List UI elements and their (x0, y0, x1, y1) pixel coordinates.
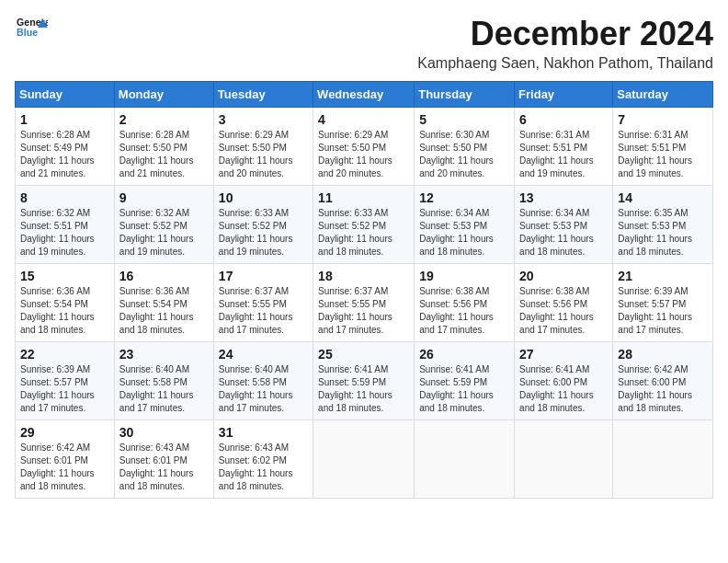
logo: General Blue (15, 15, 48, 42)
day-number: 20 (519, 269, 608, 283)
calendar-cell: 31Sunrise: 6:43 AM Sunset: 6:02 PM Dayli… (213, 420, 313, 499)
day-info: Sunrise: 6:31 AM Sunset: 5:51 PM Dayligh… (519, 129, 608, 180)
weekday-header-wednesday: Wednesday (313, 82, 415, 108)
day-number: 14 (618, 190, 708, 205)
calendar-cell: 7Sunrise: 6:31 AM Sunset: 5:51 PM Daylig… (613, 108, 713, 186)
calendar-cell: 17Sunrise: 6:37 AM Sunset: 5:55 PM Dayli… (213, 264, 313, 342)
location: Kamphaeng Saen, Nakhon Pathom, Thailand (417, 55, 713, 72)
day-number: 4 (318, 112, 409, 127)
day-number: 25 (318, 347, 409, 362)
calendar-cell: 19Sunrise: 6:38 AM Sunset: 5:56 PM Dayli… (415, 264, 515, 342)
calendar-cell: 25Sunrise: 6:41 AM Sunset: 5:59 PM Dayli… (313, 342, 415, 420)
day-info: Sunrise: 6:36 AM Sunset: 5:54 PM Dayligh… (119, 285, 209, 337)
calendar-cell: 8Sunrise: 6:32 AM Sunset: 5:51 PM Daylig… (16, 186, 115, 264)
day-number: 13 (519, 190, 608, 205)
day-number: 12 (419, 190, 509, 205)
day-number: 11 (318, 190, 409, 205)
day-info: Sunrise: 6:34 AM Sunset: 5:53 PM Dayligh… (419, 207, 509, 259)
day-number: 5 (419, 112, 509, 127)
day-number: 24 (219, 347, 308, 362)
day-info: Sunrise: 6:39 AM Sunset: 5:57 PM Dayligh… (20, 363, 109, 415)
day-number: 27 (519, 347, 608, 362)
calendar-cell: 16Sunrise: 6:36 AM Sunset: 5:54 PM Dayli… (114, 264, 213, 342)
calendar-cell: 21Sunrise: 6:39 AM Sunset: 5:57 PM Dayli… (613, 264, 713, 342)
day-number: 26 (419, 347, 509, 362)
calendar-week-1: 1Sunrise: 6:28 AM Sunset: 5:49 PM Daylig… (16, 108, 713, 186)
weekday-header-tuesday: Tuesday (213, 82, 313, 108)
day-info: Sunrise: 6:39 AM Sunset: 5:57 PM Dayligh… (618, 285, 708, 337)
day-number: 8 (20, 190, 109, 205)
day-info: Sunrise: 6:37 AM Sunset: 5:55 PM Dayligh… (219, 285, 308, 337)
day-number: 19 (419, 269, 509, 283)
day-number: 23 (119, 347, 209, 362)
calendar-cell: 28Sunrise: 6:42 AM Sunset: 6:00 PM Dayli… (613, 342, 713, 420)
calendar-cell (515, 420, 613, 499)
calendar-cell: 22Sunrise: 6:39 AM Sunset: 5:57 PM Dayli… (16, 342, 115, 420)
weekday-header-saturday: Saturday (613, 82, 713, 108)
calendar-cell: 30Sunrise: 6:43 AM Sunset: 6:01 PM Dayli… (114, 420, 213, 499)
day-number: 18 (318, 269, 409, 283)
weekday-header-friday: Friday (515, 82, 613, 108)
day-number: 16 (119, 269, 209, 283)
day-info: Sunrise: 6:28 AM Sunset: 5:49 PM Dayligh… (20, 129, 109, 180)
calendar-cell: 11Sunrise: 6:33 AM Sunset: 5:52 PM Dayli… (313, 186, 415, 264)
day-number: 2 (119, 112, 209, 127)
day-info: Sunrise: 6:32 AM Sunset: 5:52 PM Dayligh… (119, 207, 209, 259)
calendar-cell: 5Sunrise: 6:30 AM Sunset: 5:50 PM Daylig… (415, 108, 515, 186)
calendar-cell: 26Sunrise: 6:41 AM Sunset: 5:59 PM Dayli… (415, 342, 515, 420)
day-number: 21 (618, 269, 708, 283)
day-number: 10 (219, 190, 308, 205)
day-number: 29 (20, 425, 109, 440)
day-number: 22 (20, 347, 109, 362)
month-title: December 2024 (417, 15, 713, 53)
calendar-body: 1Sunrise: 6:28 AM Sunset: 5:49 PM Daylig… (16, 108, 713, 499)
day-info: Sunrise: 6:42 AM Sunset: 6:00 PM Dayligh… (618, 363, 708, 415)
day-info: Sunrise: 6:41 AM Sunset: 5:59 PM Dayligh… (318, 363, 409, 415)
day-info: Sunrise: 6:42 AM Sunset: 6:01 PM Dayligh… (20, 442, 109, 493)
title-area: December 2024 Kamphaeng Saen, Nakhon Pat… (417, 15, 713, 72)
day-info: Sunrise: 6:38 AM Sunset: 5:56 PM Dayligh… (519, 285, 608, 337)
weekday-header-monday: Monday (114, 82, 213, 108)
day-info: Sunrise: 6:40 AM Sunset: 5:58 PM Dayligh… (219, 363, 308, 415)
calendar-cell: 2Sunrise: 6:28 AM Sunset: 5:50 PM Daylig… (114, 108, 213, 186)
calendar-cell (415, 420, 515, 499)
calendar-cell: 20Sunrise: 6:38 AM Sunset: 5:56 PM Dayli… (515, 264, 613, 342)
calendar-cell: 15Sunrise: 6:36 AM Sunset: 5:54 PM Dayli… (16, 264, 115, 342)
day-info: Sunrise: 6:30 AM Sunset: 5:50 PM Dayligh… (419, 129, 509, 180)
day-info: Sunrise: 6:41 AM Sunset: 5:59 PM Dayligh… (419, 363, 509, 415)
calendar-cell: 29Sunrise: 6:42 AM Sunset: 6:01 PM Dayli… (16, 420, 115, 499)
weekday-header-thursday: Thursday (415, 82, 515, 108)
calendar-cell: 10Sunrise: 6:33 AM Sunset: 5:52 PM Dayli… (213, 186, 313, 264)
day-info: Sunrise: 6:34 AM Sunset: 5:53 PM Dayligh… (519, 207, 608, 259)
day-info: Sunrise: 6:33 AM Sunset: 5:52 PM Dayligh… (318, 207, 409, 259)
day-info: Sunrise: 6:29 AM Sunset: 5:50 PM Dayligh… (219, 129, 308, 180)
calendar-cell: 23Sunrise: 6:40 AM Sunset: 5:58 PM Dayli… (114, 342, 213, 420)
day-number: 31 (219, 425, 308, 440)
day-number: 30 (119, 425, 209, 440)
calendar-cell: 6Sunrise: 6:31 AM Sunset: 5:51 PM Daylig… (515, 108, 613, 186)
day-number: 17 (219, 269, 308, 283)
day-info: Sunrise: 6:35 AM Sunset: 5:53 PM Dayligh… (618, 207, 708, 259)
calendar-week-4: 22Sunrise: 6:39 AM Sunset: 5:57 PM Dayli… (16, 342, 713, 420)
day-info: Sunrise: 6:41 AM Sunset: 6:00 PM Dayligh… (519, 363, 608, 415)
calendar-cell: 24Sunrise: 6:40 AM Sunset: 5:58 PM Dayli… (213, 342, 313, 420)
calendar: SundayMondayTuesdayWednesdayThursdayFrid… (15, 81, 713, 499)
svg-text:Blue: Blue (17, 27, 38, 38)
day-number: 6 (519, 112, 608, 127)
calendar-cell: 27Sunrise: 6:41 AM Sunset: 6:00 PM Dayli… (515, 342, 613, 420)
calendar-cell: 3Sunrise: 6:29 AM Sunset: 5:50 PM Daylig… (213, 108, 313, 186)
calendar-header: SundayMondayTuesdayWednesdayThursdayFrid… (16, 82, 713, 108)
day-number: 1 (20, 112, 109, 127)
day-info: Sunrise: 6:31 AM Sunset: 5:51 PM Dayligh… (618, 129, 708, 180)
day-info: Sunrise: 6:28 AM Sunset: 5:50 PM Dayligh… (119, 129, 209, 180)
calendar-week-5: 29Sunrise: 6:42 AM Sunset: 6:01 PM Dayli… (16, 420, 713, 499)
calendar-cell (613, 420, 713, 499)
day-number: 9 (119, 190, 209, 205)
day-number: 7 (618, 112, 708, 127)
calendar-cell: 9Sunrise: 6:32 AM Sunset: 5:52 PM Daylig… (114, 186, 213, 264)
calendar-week-3: 15Sunrise: 6:36 AM Sunset: 5:54 PM Dayli… (16, 264, 713, 342)
calendar-week-2: 8Sunrise: 6:32 AM Sunset: 5:51 PM Daylig… (16, 186, 713, 264)
day-number: 15 (20, 269, 109, 283)
day-info: Sunrise: 6:38 AM Sunset: 5:56 PM Dayligh… (419, 285, 509, 337)
day-info: Sunrise: 6:33 AM Sunset: 5:52 PM Dayligh… (219, 207, 308, 259)
